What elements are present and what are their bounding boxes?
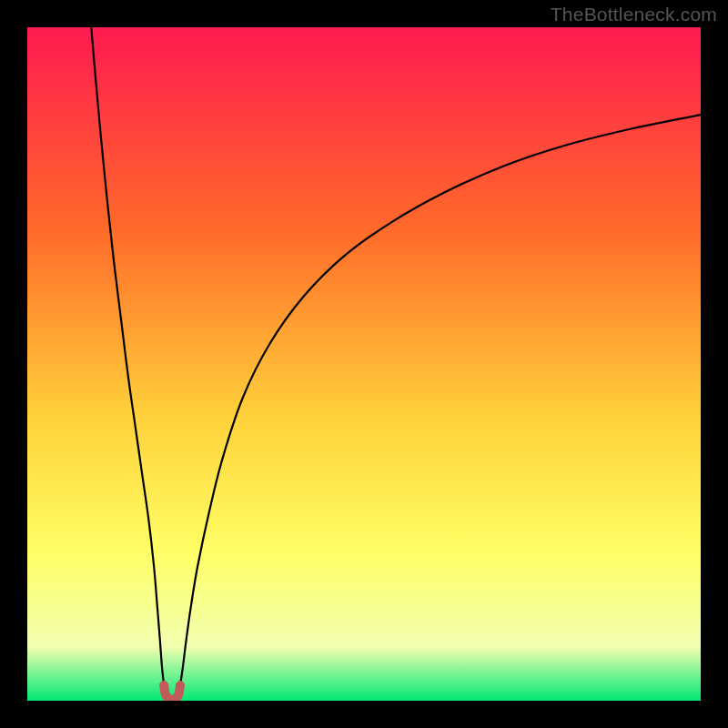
chart-frame: TheBottleneck.com	[0, 0, 728, 728]
chart-svg	[27, 27, 701, 701]
plot-area	[27, 27, 701, 701]
gradient-background	[27, 27, 701, 701]
watermark-label: TheBottleneck.com	[551, 4, 717, 25]
